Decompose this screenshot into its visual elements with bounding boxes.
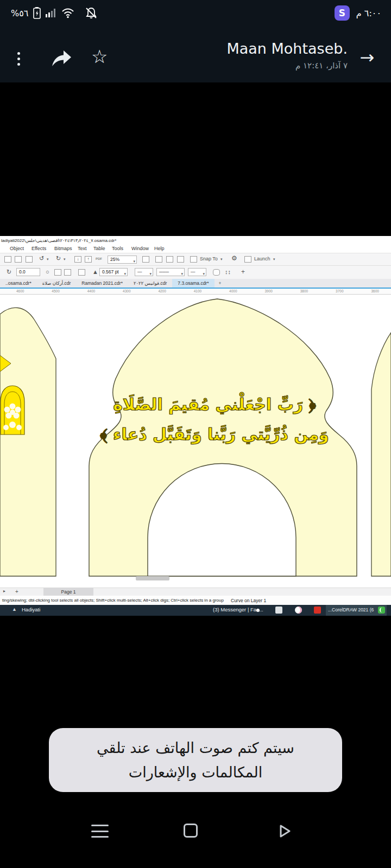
redo-icon: ↻: [56, 255, 61, 262]
menu-window: Window: [131, 246, 149, 251]
ruler-tick: 3800: [300, 289, 308, 294]
wifi-icon: [61, 8, 74, 18]
ruler-tick: 4600: [16, 289, 24, 294]
options-gear-icon: ⚙: [231, 254, 237, 262]
drawing-window-icon: [142, 256, 149, 263]
screen-share-app-icon: S: [335, 5, 350, 21]
coreldraw-standard-toolbar: ↺ ▾ ↻ ▾ ↓ ↑ PDF 25%▾ Snap To ▾ ⚙ Launch …: [0, 253, 391, 266]
undo-caret-icon: ▾: [47, 257, 49, 261]
coreldraw-status-bar: ting/skewing; dbl-clicking tool selects …: [0, 596, 391, 605]
messenger-tab-label: (3) Messenger | Fac...: [213, 607, 263, 612]
launch-label: Launch: [254, 256, 270, 261]
status-left-cluster: ٥٦%: [11, 0, 98, 26]
sender-name: Maan Mohtaseb.: [119, 40, 348, 57]
share-icon[interactable]: [49, 48, 74, 69]
menu-tools: Tools: [112, 246, 123, 251]
launch-caret-icon: ▾: [273, 257, 275, 261]
menu-table: Table: [93, 246, 105, 251]
add-page-button: +: [15, 589, 18, 595]
snap-to-caret-icon: ▾: [220, 257, 223, 261]
page-navigator: ▸ + Page 1: [0, 588, 391, 596]
center-marker-icon: ○: [46, 269, 49, 275]
quran-verse-text: ﴿ رَبِّ اجْعَلْني مُقيمَ الصَّلَاةِ وَمِ…: [90, 390, 339, 449]
ruler-tick: 4300: [123, 289, 130, 294]
pdf-icon: PDF: [96, 257, 102, 260]
rotation-icon: ↻: [7, 269, 11, 276]
doc-tab-2: أركان صلاة.cdr: [37, 279, 77, 288]
active-window-label: ...CorelDRAW 2021 (6: [328, 607, 374, 612]
copy-icon: [15, 256, 22, 263]
verse-line-2: وَمِن ذُرِّيَّتي رَبَّنا وَتَقَبَّل دُعا…: [90, 419, 339, 449]
menu-text: Text: [78, 246, 87, 251]
zoom-level-dropdown: 25%▾: [108, 256, 137, 264]
recents-icon[interactable]: [91, 825, 109, 838]
notifications-muted-icon: [85, 7, 98, 20]
star-icon[interactable]: ☆: [91, 46, 108, 67]
status-right-cluster: S ٦:٠٠ م: [335, 0, 381, 26]
ruler-tick: 4400: [87, 289, 95, 294]
overflow-menu-icon[interactable]: [13, 49, 24, 68]
phone-screen: ٥٦% S ٦:٠٠ م → Maan Mohtaseb. ٧ آذار، ١٢…: [0, 0, 391, 868]
red-app-icon: [314, 607, 321, 614]
media-app-icon: [295, 607, 302, 614]
ruler-tick: 4500: [52, 289, 59, 294]
left-panel-shape: [0, 308, 56, 576]
horizontal-scrollbar-thumb: [136, 576, 169, 580]
menu-effects: Effects: [31, 246, 46, 251]
mirror-vertical-icon: [64, 269, 71, 276]
coreldraw-menubar: Object Effects Bitmaps Text Table Tools …: [0, 245, 391, 253]
guidelines-icon: [177, 256, 184, 263]
doc-tab-3: Ramadan 2021.cdr*: [76, 279, 128, 288]
status-hint-text: ting/skewing; dbl-clicking tool selects …: [2, 598, 224, 603]
active-window-button: ...CorelDRAW 2021 (6: [326, 605, 387, 616]
export-icon: ↑: [85, 256, 92, 263]
calculator-icon: [275, 607, 282, 614]
snap-to-label: Snap To: [200, 256, 218, 261]
verse-line-1: ﴿ رَبِّ اجْعَلْني مُقيمَ الصَّلَاةِ: [90, 390, 339, 419]
launch-icon: [244, 256, 251, 263]
selection-info-text: Curve on Layer 1: [231, 598, 266, 603]
ruler-tick: 3700: [336, 289, 343, 294]
windows-taskbar: ▲ Hadiyati (3) Messenger | Fac... ...Cor…: [0, 605, 391, 616]
toast-message: سيتم كتم صوت الهاتف عند تلقي المكالمات و…: [64, 736, 327, 784]
mirror-horizontal-icon: [54, 269, 61, 276]
back-icon[interactable]: [277, 824, 292, 839]
menu-bitmaps: Bitmaps: [54, 246, 72, 251]
ruler-tick: 4200: [158, 289, 166, 294]
new-document-tab-button: +: [215, 279, 226, 288]
close-curve-icon: [213, 269, 220, 276]
grid-icon: [166, 256, 173, 263]
taskbar-folder-label: Hadiyati: [22, 607, 40, 612]
android-status-bar: ٥٦% S ٦:٠٠ م: [0, 0, 391, 26]
horizontal-ruler: 4600 4500 4400 4300 4200 4100 4000 3900 …: [0, 289, 391, 295]
undo-icon: ↺: [39, 255, 44, 262]
battery-percent: ٥٦%: [11, 8, 28, 18]
ruler-tick: 3900: [264, 289, 272, 294]
battery-icon: [33, 7, 41, 19]
right-panel-shape: [371, 333, 391, 576]
redo-caret-icon: ▾: [64, 257, 66, 261]
line-style-dropdown: ───▾: [156, 268, 185, 276]
coreldraw-titlebar-path: ladiyati2022\٧_٣١٣٫٢٠٢٤\٢٠٢٤\اقصى\هديتي\…: [0, 236, 391, 245]
photo-coreldraw-screenshot[interactable]: ladiyati2022\٧_٣١٣٫٢٠٢٤\٢٠٢٤\اقصى\هديتي\…: [0, 236, 391, 616]
document-icon: [4, 256, 11, 263]
page-nav-arrow-icon: ▸: [3, 589, 5, 593]
message-timestamp: ٧ آذار، ١٢:٤١ م: [119, 61, 348, 71]
drawing-canvas: ﴿ رَبِّ اجْعَلْني مُقيمَ الصَّلَاةِ وَمِ…: [0, 295, 391, 588]
rotation-angle-field: 0.0: [16, 268, 40, 276]
menu-object: Object: [10, 246, 24, 251]
coreldraw-property-bar: ↻ 0.0 ○ ▲ 0.567 pt▾ —▾ ───▾ —▾ ↕↕ +: [0, 265, 391, 279]
ornament-window-shape: [1, 386, 24, 435]
snap-icon: [190, 256, 197, 263]
menu-help: Help: [154, 246, 165, 251]
start-arrowhead-dropdown: —▾: [135, 268, 153, 276]
doc-tab-1: ..osama.cdr*: [0, 279, 37, 288]
back-arrow-icon[interactable]: →: [355, 46, 379, 69]
status-time: ٦:٠٠ م: [356, 8, 381, 18]
page-tab: Page 1: [43, 588, 93, 596]
add-node-icon: +: [241, 268, 245, 276]
home-icon[interactable]: [184, 824, 198, 838]
ruler-tick: 4100: [194, 289, 201, 294]
arrowheads-swap-icon: ↕↕: [225, 269, 231, 275]
end-arrowhead-dropdown: —▾: [188, 268, 206, 276]
